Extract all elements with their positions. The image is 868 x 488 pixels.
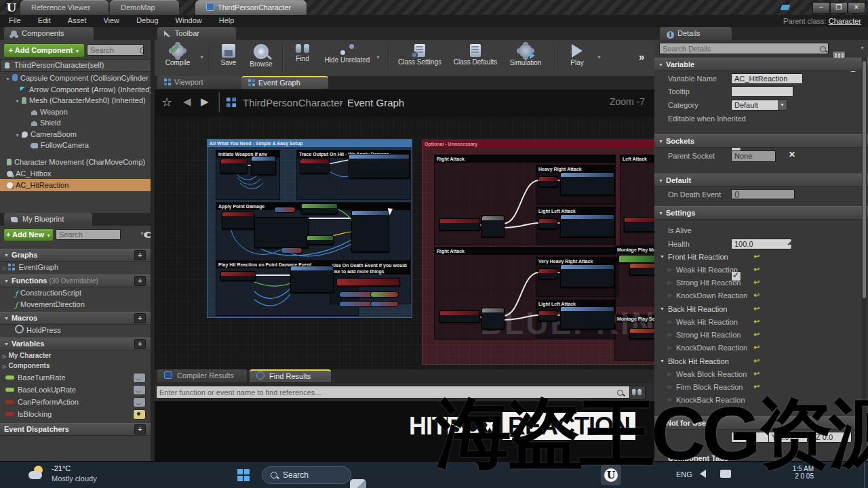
comment-title[interactable]: Right Attack [435,155,615,163]
add-new-button[interactable]: + Add New ▼ [3,228,54,241]
blueprint-node-function[interactable] [251,156,276,175]
expander-icon[interactable]: ▼ [660,254,665,259]
blueprint-node-event[interactable] [222,211,254,229]
compile-button[interactable]: ✓ Compile [159,44,197,66]
menu-file[interactable]: File [1,15,28,26]
row-var-baseturnrate[interactable]: BaseTurnRate [0,372,151,383]
blueprint-node-pure[interactable] [618,255,654,263]
blueprint-node-input-event[interactable] [439,218,480,230]
hide-unrelated-button[interactable]: Hide Unrelated [320,44,374,64]
reset-to-default-icon[interactable]: ↩ [753,317,760,326]
parent-socket-field[interactable]: None [731,150,776,162]
blueprint-node-event[interactable] [220,159,248,174]
functions-section-header[interactable]: ▼Functions (30 Overridable) [0,274,151,287]
blueprint-node-event[interactable] [538,218,557,229]
chevron-down-icon[interactable]: ▼ [860,45,865,50]
variable-name-field[interactable]: AC_HitReaction [731,73,803,84]
expander-icon[interactable]: ▼ [660,359,665,363]
start-button[interactable] [237,469,250,481]
tooltip-field[interactable] [731,86,793,97]
expander-icon[interactable]: ▷ [668,319,671,325]
settings-section-header[interactable]: ▼Settings [654,206,868,220]
reaction-row-label[interactable]: Strong Hit Reaction [676,279,741,287]
blueprint-node-event[interactable] [300,159,330,174]
play-button[interactable]: Play [561,44,593,66]
expander-icon[interactable]: ▷ [668,371,671,377]
simulation-button[interactable]: Simulation [503,44,548,66]
tab-my-blueprint[interactable]: My Blueprint [4,213,92,226]
blueprint-node-play-montage[interactable] [560,306,614,329]
expander-icon[interactable]: ▼ [15,99,20,104]
add-component-button[interactable]: + Add Component ▼ [3,43,85,58]
breadcrumb-root[interactable]: ThirdPersonCharacter [243,97,343,108]
reset-to-default-icon[interactable]: ↩ [753,369,760,378]
expander-icon[interactable]: ▷ [3,364,6,369]
row-var-canperformaction[interactable]: CanPerformAction [0,396,151,407]
asset-tab-demomap[interactable]: DemoMap [110,0,179,15]
blueprint-pin-capsule[interactable] [370,301,399,307]
reset-to-default-icon[interactable]: ↩ [753,382,760,391]
tree-row-charmovement[interactable]: Character Movement (CharMoveComp) [0,157,151,167]
menu-window[interactable]: Window [168,15,210,26]
row-category-components[interactable]: ▷Components [0,361,151,372]
on-death-event-field[interactable]: () [731,189,795,199]
menu-help[interactable]: Help [212,15,242,26]
reaction-row-label[interactable]: Strong Hit Reaction [676,331,741,339]
clear-socket-icon[interactable]: ✕ [789,150,795,159]
tree-row-followcamera[interactable]: FollowCamera [0,140,151,150]
row-var-baselookuprate[interactable]: BaseLookUpRate [0,384,151,395]
browse-button[interactable]: Browse [244,44,278,68]
tree-row-capsule[interactable]: ▼Capsule Component (CollisionCylinder [0,73,151,85]
add-macro-button[interactable]: + [134,313,146,323]
blueprint-node-gate[interactable] [481,308,505,329]
details-scrollbar-thumb[interactable] [863,61,866,298]
blueprint-node-gate[interactable] [481,216,505,237]
chevron-down-icon[interactable]: ▼ [597,55,601,60]
expand-value-icon[interactable]: ◢ [787,239,792,245]
variable-visibility-toggle[interactable] [133,373,146,383]
menu-edit[interactable]: Edit [31,15,58,26]
tab-event-graph[interactable]: Event Graph [241,76,328,89]
event-graph-canvas[interactable]: All What You Need - Simple & Easy Setup … [155,117,654,369]
add-function-button[interactable]: + [134,276,146,286]
expander-icon[interactable]: ▷ [3,354,6,359]
reaction-row-label[interactable]: Weak Hit Reaction [676,318,738,326]
blueprint-node-event[interactable] [220,271,256,281]
details-search-input[interactable] [659,43,829,54]
add-event-dispatcher-button[interactable]: + [134,424,146,434]
row-var-isblocking[interactable]: IsBlocking [0,409,151,420]
reaction-row-label[interactable]: Weak Hit Reaction [676,266,738,274]
expander-icon[interactable]: ▷ [668,267,671,272]
blueprint-node-event[interactable] [538,310,557,321]
variable-section-header[interactable]: ▼Variable [654,58,868,71]
sockets-section-header[interactable]: ▼Sockets [654,134,868,148]
health-field[interactable]: 100.0 [731,239,792,249]
row-eventgraph[interactable]: ▷EventGraph [0,262,151,274]
comment-title[interactable]: Right Attack [435,247,615,255]
comment-title[interactable]: Optional - Unnecessary [422,140,654,148]
parent-class-link[interactable]: Character [829,17,861,25]
weather-temperature[interactable]: -21°C [52,464,71,472]
myblueprint-search-input[interactable] [56,229,121,240]
tab-toolbar[interactable]: Toolbar [157,27,236,40]
reaction-row-label[interactable]: KnockDown Reaction [676,291,747,300]
category-dropdown[interactable]: Default [731,100,784,110]
tab-find-results[interactable]: Find Results [250,369,331,382]
components-search-input[interactable] [87,44,144,56]
toolbar-overflow-chevron[interactable]: » [639,51,644,62]
comment-title[interactable]: Use On Death Event if you would like to … [330,261,410,274]
tab-details[interactable]: iDetails [660,27,732,40]
blueprint-node-event[interactable] [538,176,557,187]
maximize-button[interactable]: ❐ [830,2,848,14]
close-button[interactable]: × [848,2,865,14]
blueprint-node-pure[interactable] [307,235,334,245]
asset-tab-thirdpersoncharacter[interactable]: ThirdPersonCharacter [195,0,307,15]
tutorial-cap-icon[interactable] [781,5,791,10]
blueprint-node-input-event[interactable] [624,217,654,232]
menu-debug[interactable]: Debug [129,15,165,26]
blueprint-pin-capsule[interactable] [281,247,302,253]
expander-icon[interactable]: ▷ [668,384,671,390]
reaction-row-label[interactable]: Weak Block Reaction [676,370,747,378]
reaction-row-label[interactable]: Back Hit Reaction [668,305,727,313]
blueprint-node-event[interactable] [538,268,557,279]
